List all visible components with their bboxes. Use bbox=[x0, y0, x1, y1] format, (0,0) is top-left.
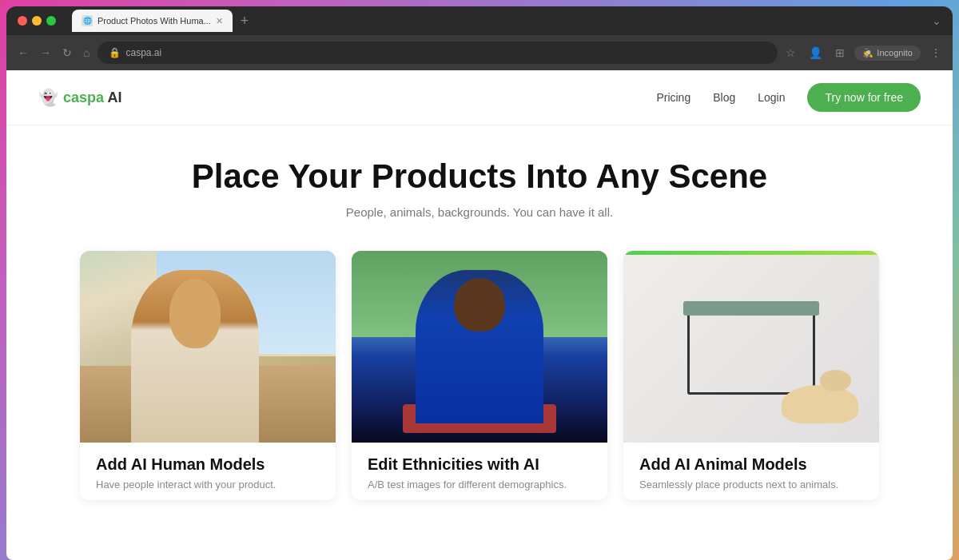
maximize-window-button[interactable] bbox=[46, 16, 56, 26]
card-2-desc: A/B test images for different demographi… bbox=[368, 479, 591, 490]
card-2-image bbox=[352, 251, 607, 443]
card-3-image bbox=[623, 251, 879, 443]
forward-button[interactable]: → bbox=[37, 43, 54, 62]
new-tab-button[interactable]: + bbox=[236, 11, 254, 31]
tab-bar: 🌐 Product Photos With Huma... ✕ + bbox=[72, 10, 925, 32]
url-text: caspa.ai bbox=[125, 47, 161, 58]
back-button[interactable]: ← bbox=[14, 43, 32, 62]
lock-icon: 🔒 bbox=[109, 47, 121, 58]
logo-ghost-icon: 👻 bbox=[38, 88, 58, 107]
card-3-desc: Seamlessly place products next to animal… bbox=[639, 479, 863, 490]
nav-pricing[interactable]: Pricing bbox=[656, 91, 690, 104]
home-button[interactable]: ⌂ bbox=[80, 43, 93, 62]
browser-titlebar: 🌐 Product Photos With Huma... ✕ + ⌄ ← → … bbox=[6, 6, 953, 70]
address-bar[interactable]: 🔒 caspa.ai bbox=[97, 42, 778, 64]
woman-body bbox=[131, 270, 259, 443]
cta-button[interactable]: Try now for free bbox=[807, 83, 921, 112]
browser-toolbar: ← → ↻ ⌂ 🔒 caspa.ai ☆ 👤 ⊞ 🕵 Incognito ⋮ bbox=[6, 35, 953, 70]
card-1-image bbox=[80, 251, 336, 443]
hero-section: Place Your Products Into Any Scene Peopl… bbox=[6, 125, 953, 235]
reload-button[interactable]: ↻ bbox=[59, 43, 75, 62]
woman-head bbox=[169, 279, 221, 348]
stool-frame bbox=[687, 308, 815, 395]
card-human-models[interactable]: Add AI Human Models Have people interact… bbox=[80, 251, 336, 500]
incognito-label: Incognito bbox=[877, 48, 913, 58]
tab-title: Product Photos With Huma... bbox=[97, 16, 211, 26]
tab-close-button[interactable]: ✕ bbox=[216, 16, 223, 26]
logo-caspa: caspa bbox=[63, 89, 104, 105]
cards-section: Add AI Human Models Have people interact… bbox=[6, 235, 953, 500]
card-3-content: Add AI Animal Models Seamlessly place pr… bbox=[623, 443, 879, 500]
green-accent-bar bbox=[623, 251, 879, 255]
bookmark-icon[interactable]: ☆ bbox=[782, 43, 799, 62]
card-3-title: Add AI Animal Models bbox=[639, 455, 863, 474]
nav-links: Pricing Blog Login Try now for free bbox=[656, 83, 921, 112]
stool-seat bbox=[683, 301, 819, 316]
logo-ai: AI bbox=[107, 89, 121, 105]
card-ethnicities[interactable]: Edit Ethnicities with AI A/B test images… bbox=[352, 251, 607, 500]
browser-tab-active[interactable]: 🌐 Product Photos With Huma... ✕ bbox=[72, 10, 233, 32]
card-2-title: Edit Ethnicities with AI bbox=[368, 455, 591, 474]
incognito-badge: 🕵 Incognito bbox=[854, 46, 921, 61]
toolbar-actions: ☆ 👤 ⊞ 🕵 Incognito ⋮ bbox=[782, 43, 945, 62]
man-body bbox=[416, 270, 543, 423]
card-1-title: Add AI Human Models bbox=[96, 455, 320, 474]
traffic-lights bbox=[18, 16, 56, 26]
site-logo[interactable]: 👻 caspa AI bbox=[38, 88, 121, 107]
site-navigation: 👻 caspa AI Pricing Blog Login Try now fo… bbox=[6, 70, 953, 125]
close-window-button[interactable] bbox=[18, 16, 27, 26]
tab-favicon: 🌐 bbox=[82, 15, 93, 26]
hero-subtitle: People, animals, backgrounds. You can ha… bbox=[38, 205, 921, 219]
card-2-content: Edit Ethnicities with AI A/B test images… bbox=[352, 443, 607, 500]
incognito-icon: 🕵 bbox=[862, 48, 873, 58]
expand-icon: ⌄ bbox=[932, 14, 941, 27]
minimize-window-button[interactable] bbox=[32, 16, 42, 26]
menu-button[interactable]: ⋮ bbox=[927, 43, 945, 62]
man-head bbox=[454, 278, 505, 332]
dog-body bbox=[782, 385, 858, 423]
nav-blog[interactable]: Blog bbox=[713, 91, 735, 104]
logo-text: caspa AI bbox=[63, 89, 121, 106]
dog-head bbox=[820, 370, 850, 391]
card-1-desc: Have people interact with your product. bbox=[96, 479, 320, 490]
hero-title: Place Your Products Into Any Scene bbox=[38, 157, 921, 196]
card-animal-models[interactable]: Add AI Animal Models Seamlessly place pr… bbox=[623, 251, 879, 500]
extensions-icon[interactable]: ⊞ bbox=[832, 43, 848, 62]
nav-login[interactable]: Login bbox=[758, 91, 785, 104]
profile-icon[interactable]: 👤 bbox=[806, 43, 826, 62]
card-1-content: Add AI Human Models Have people interact… bbox=[80, 443, 336, 500]
website-content: 👻 caspa AI Pricing Blog Login Try now fo… bbox=[6, 70, 953, 560]
browser-window: 🌐 Product Photos With Huma... ✕ + ⌄ ← → … bbox=[0, 6, 959, 560]
